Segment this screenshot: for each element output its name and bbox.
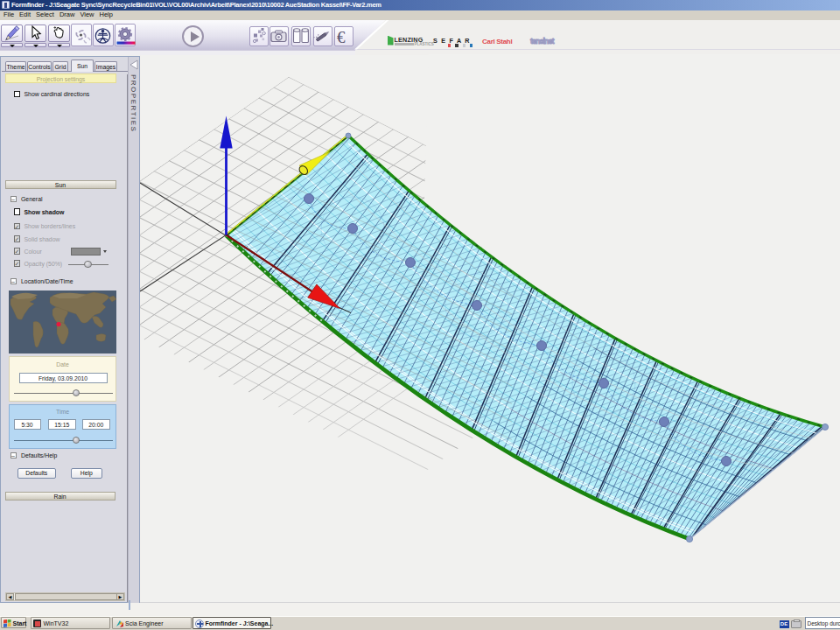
svg-text:€: € [337,27,346,46]
